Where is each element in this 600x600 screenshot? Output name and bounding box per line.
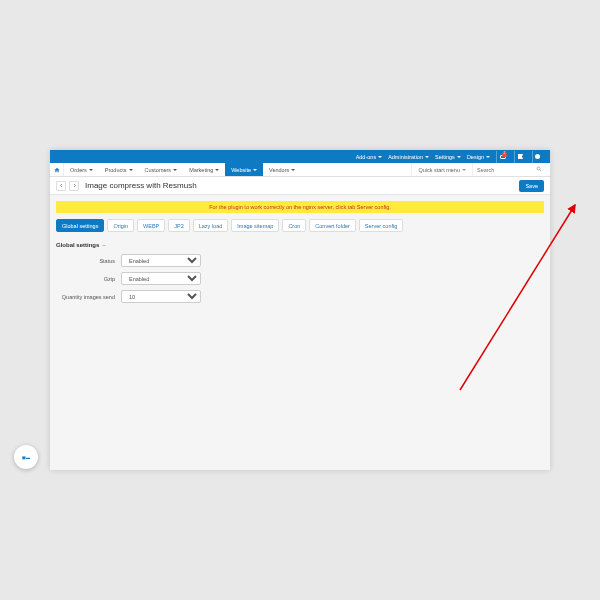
caret-down-icon <box>89 169 93 171</box>
label: Products <box>105 167 127 173</box>
quantity-label: Quantity images send <box>56 294 121 300</box>
nav-orders[interactable]: Orders <box>64 163 99 176</box>
svg-point-0 <box>537 167 540 170</box>
chevron-left-icon <box>59 183 64 188</box>
user-menu-button[interactable] <box>532 151 544 163</box>
top-link-design[interactable]: Design <box>467 154 490 160</box>
nav-home[interactable] <box>50 163 64 176</box>
search-wrap <box>472 163 550 176</box>
label: Vendors <box>269 167 289 173</box>
caret-down-icon <box>253 169 257 171</box>
caret-down-icon <box>291 169 295 171</box>
tab-image-sitemap[interactable]: Image sitemap <box>231 219 279 232</box>
section-title-text: Global settings <box>56 242 99 248</box>
status-select[interactable]: Enabled <box>121 254 201 267</box>
user-icon <box>535 154 540 159</box>
chevron-right-icon <box>72 183 77 188</box>
label: Website <box>231 167 251 173</box>
search-icon[interactable] <box>532 166 546 173</box>
settings-tabs: Global settings Origin WEBP JP2 Lazy loa… <box>56 219 544 232</box>
svg-line-1 <box>540 170 542 172</box>
search-input[interactable] <box>477 167 532 173</box>
nav-forward-button[interactable] <box>69 181 79 191</box>
home-icon <box>54 167 60 173</box>
tab-jp2[interactable]: JP2 <box>168 219 189 232</box>
tab-webp[interactable]: WEBP <box>137 219 165 232</box>
caret-down-icon <box>378 156 382 158</box>
gzip-select[interactable]: Enabled <box>121 272 201 285</box>
label: Customers <box>145 167 172 173</box>
cart-badge: 2 <box>502 152 507 157</box>
caret-down-icon <box>486 156 490 158</box>
tab-origin[interactable]: Origin <box>107 219 134 232</box>
nav-website[interactable]: Website <box>225 163 263 176</box>
caret-down-icon <box>462 169 466 171</box>
status-label: Status <box>56 258 121 264</box>
top-menu-bar: Add-ons Administration Settings Design 2 <box>50 150 550 163</box>
nav-vendors[interactable]: Vendors <box>263 163 301 176</box>
label: Marketing <box>189 167 213 173</box>
tab-cron[interactable]: Cron <box>282 219 306 232</box>
tab-global-settings[interactable]: Global settings <box>56 219 104 232</box>
tab-lazy-load[interactable]: Lazy load <box>193 219 229 232</box>
label: Settings <box>435 154 455 160</box>
row-status: Status Enabled <box>56 254 544 267</box>
caret-down-icon <box>457 156 461 158</box>
collapse-icon[interactable]: – <box>102 242 105 248</box>
nav-products[interactable]: Products <box>99 163 139 176</box>
nav-back-button[interactable] <box>56 181 66 191</box>
section-heading: Global settings – <box>56 242 544 248</box>
row-quantity: Quantity images send 10 <box>56 290 544 303</box>
label: Design <box>467 154 484 160</box>
caret-down-icon <box>129 169 133 171</box>
nav-marketing[interactable]: Marketing <box>183 163 225 176</box>
caret-down-icon <box>173 169 177 171</box>
row-gzip: Gzip Enabled <box>56 272 544 285</box>
page-title: Image compress with Resmush <box>85 181 197 190</box>
notifications-button[interactable] <box>514 151 526 163</box>
cart-button[interactable]: 2 <box>496 151 508 163</box>
label: Administration <box>388 154 423 160</box>
caret-down-icon <box>215 169 219 171</box>
top-link-administration[interactable]: Administration <box>388 154 429 160</box>
title-bar: Image compress with Resmush Save <box>50 177 550 195</box>
nav-customers[interactable]: Customers <box>139 163 184 176</box>
badge-icon: ▣▬ <box>22 455 30 460</box>
label: Add-ons <box>356 154 377 160</box>
top-link-settings[interactable]: Settings <box>435 154 461 160</box>
top-link-addons[interactable]: Add-ons <box>356 154 383 160</box>
main-nav: Orders Products Customers Marketing Webs… <box>50 163 550 177</box>
label: Orders <box>70 167 87 173</box>
caret-down-icon <box>425 156 429 158</box>
warning-banner: For the plugin to work correctly on the … <box>56 201 544 213</box>
quantity-select[interactable]: 10 <box>121 290 201 303</box>
quick-start-menu[interactable]: Quick start menu <box>411 163 472 176</box>
save-button[interactable]: Save <box>519 180 544 192</box>
content-area: For the plugin to work correctly on the … <box>50 195 550 314</box>
flag-icon <box>518 154 523 159</box>
app-window: Add-ons Administration Settings Design 2… <box>50 150 550 470</box>
floating-badge[interactable]: ▣▬ <box>14 445 38 469</box>
tab-server-config[interactable]: Server config <box>359 219 403 232</box>
label: Quick start menu <box>418 167 460 173</box>
tab-convert-folder[interactable]: Convert folder <box>309 219 356 232</box>
gzip-label: Gzip <box>56 276 121 282</box>
